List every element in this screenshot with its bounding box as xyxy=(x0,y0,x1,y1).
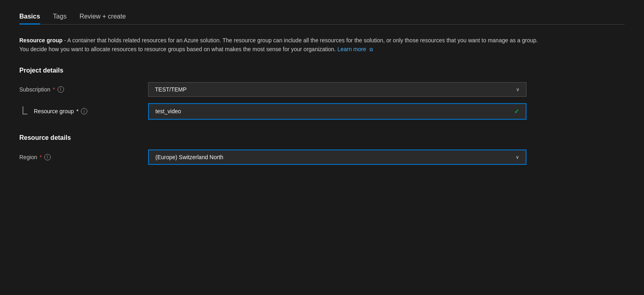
learn-more-link[interactable]: Learn more ⧉ xyxy=(337,46,373,52)
region-label-col: Region * i xyxy=(19,154,148,160)
tabs-bar: Basics Tags Review + create xyxy=(19,13,625,25)
region-input-col: (Europe) Switzerland North ∨ xyxy=(148,150,526,165)
resource-details-section: Resource details Region * i (Europe) Swi… xyxy=(19,134,625,165)
subscription-required: * xyxy=(53,86,55,93)
project-details-section: Project details Subscription * i TEST/TE… xyxy=(19,67,625,120)
resource-group-info-icon[interactable]: i xyxy=(81,108,87,114)
subscription-row: Subscription * i TEST/TEMP ∨ xyxy=(19,82,625,97)
subscription-value: TEST/TEMP xyxy=(155,86,187,93)
tab-basics[interactable]: Basics xyxy=(19,13,40,24)
resource-group-input-col: test_video ✓ xyxy=(148,103,526,120)
region-info-icon[interactable]: i xyxy=(44,154,51,160)
tab-review-create[interactable]: Review + create xyxy=(79,13,126,24)
tab-tags[interactable]: Tags xyxy=(53,13,67,24)
resource-group-label-col: Resource group * i xyxy=(19,106,148,116)
subscription-info-icon[interactable]: i xyxy=(58,86,64,93)
region-label: Region xyxy=(19,154,37,160)
l-shape-connector xyxy=(23,106,27,114)
resource-group-required: * xyxy=(76,108,78,114)
region-select[interactable]: (Europe) Switzerland North ∨ xyxy=(148,150,526,165)
resource-group-label: Resource group xyxy=(34,108,74,114)
region-value: (Europe) Switzerland North xyxy=(155,154,223,160)
resource-group-row: Resource group * i test_video ✓ xyxy=(19,103,625,120)
resource-group-check-icon: ✓ xyxy=(514,108,519,115)
subscription-chevron-icon: ∨ xyxy=(516,87,520,92)
region-required: * xyxy=(39,154,41,160)
description-bold-prefix: Resource group xyxy=(19,37,62,44)
resource-group-description: Resource group - A container that holds … xyxy=(19,36,543,54)
external-link-icon: ⧉ xyxy=(369,46,373,54)
resource-group-select[interactable]: test_video ✓ xyxy=(148,103,526,120)
indent-connector xyxy=(19,106,30,116)
subscription-label-col: Subscription * i xyxy=(19,86,148,93)
region-chevron-icon: ∨ xyxy=(516,154,519,160)
subscription-label: Subscription xyxy=(19,86,50,93)
description-text: - A container that holds related resourc… xyxy=(19,37,538,52)
resource-details-title: Resource details xyxy=(19,134,625,141)
resource-group-value: test_video xyxy=(155,108,181,114)
subscription-select[interactable]: TEST/TEMP ∨ xyxy=(148,82,526,97)
region-row: Region * i (Europe) Switzerland North ∨ xyxy=(19,150,625,165)
subscription-input-col: TEST/TEMP ∨ xyxy=(148,82,526,97)
project-details-title: Project details xyxy=(19,67,625,74)
